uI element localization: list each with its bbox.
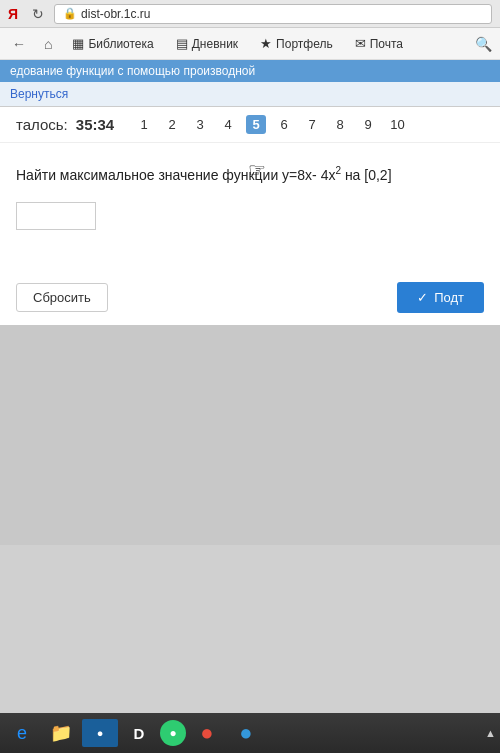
browser-toolbar: ← ⌂ ▦ Библиотека ▤ Дневник ★ Портфель ✉ … <box>0 28 500 60</box>
taskbar-right: ▲ <box>485 727 496 739</box>
taskbar-arrow-icon[interactable]: ▲ <box>485 727 496 739</box>
question-numbers: 1 2 3 4 5 6 7 8 9 10 <box>134 115 408 134</box>
question-number-10[interactable]: 10 <box>386 115 408 134</box>
question-interval: на [0,2] <box>345 167 392 183</box>
taskbar-blue2-icon[interactable]: ● <box>228 717 264 749</box>
yandex-logo[interactable]: Я <box>8 6 18 22</box>
checkmark-icon: ✓ <box>417 290 428 305</box>
question-number-3[interactable]: 3 <box>190 115 210 134</box>
library-label: Библиотека <box>88 37 153 51</box>
reset-button[interactable]: Сбросить <box>16 283 108 312</box>
home-button[interactable]: ⌂ <box>40 34 56 54</box>
mail-icon: ✉ <box>355 36 366 51</box>
question-number-7[interactable]: 7 <box>302 115 322 134</box>
question-area: Найти максимальное значение функции y=8x… <box>0 143 500 250</box>
portfolio-label: Портфель <box>276 37 333 51</box>
taskbar-folder-icon[interactable]: 📁 <box>43 717 79 749</box>
question-number-6[interactable]: 6 <box>274 115 294 134</box>
timer-bar: талось: 35:34 1 2 3 4 5 6 7 8 9 10 <box>0 107 500 143</box>
browser-chrome: Я ↻ 🔒 dist-obr.1c.ru ← ⌂ ▦ Библиотека ▤ … <box>0 0 500 60</box>
answer-input[interactable] <box>16 202 96 230</box>
question-number-5[interactable]: 5 <box>246 115 266 134</box>
taskbar-red-icon[interactable]: ● <box>189 717 225 749</box>
page-header: едование функции с помощью производной <box>0 60 500 82</box>
page-content: талось: 35:34 1 2 3 4 5 6 7 8 9 10 Найти… <box>0 107 500 325</box>
question-text: Найти максимальное значение функции y=8x… <box>16 163 484 186</box>
question-number-4[interactable]: 4 <box>218 115 238 134</box>
question-text-main: Найти максимальное значение функции y=8x… <box>16 167 335 183</box>
lock-icon: 🔒 <box>63 7 77 20</box>
diary-button[interactable]: ▤ Дневник <box>170 34 244 53</box>
taskbar-app1[interactable]: ● <box>82 719 118 747</box>
diary-label: Дневник <box>192 37 238 51</box>
taskbar-ie-icon[interactable]: e <box>4 717 40 749</box>
star-icon: ★ <box>260 36 272 51</box>
back-button[interactable]: ← <box>8 34 30 54</box>
question-number-8[interactable]: 8 <box>330 115 350 134</box>
browser-controls: Я ↻ 🔒 dist-obr.1c.ru <box>8 4 492 24</box>
portfolio-button[interactable]: ★ Портфель <box>254 34 339 53</box>
taskbar-d-icon[interactable]: D <box>121 717 157 749</box>
address-bar[interactable]: 🔒 dist-obr.1c.ru <box>54 4 492 24</box>
timer-value: 35:34 <box>76 116 114 133</box>
title-bar: Я ↻ 🔒 dist-obr.1c.ru <box>0 0 500 28</box>
library-button[interactable]: ▦ Библиотека <box>66 34 159 53</box>
question-number-2[interactable]: 2 <box>162 115 182 134</box>
diary-icon: ▤ <box>176 36 188 51</box>
mail-button[interactable]: ✉ Почта <box>349 34 409 53</box>
taskbar-green-icon[interactable]: ● <box>160 720 186 746</box>
back-label: Вернуться <box>10 87 68 101</box>
library-icon: ▦ <box>72 36 84 51</box>
question-number-9[interactable]: 9 <box>358 115 378 134</box>
mail-label: Почта <box>370 37 403 51</box>
submit-label: Подт <box>434 290 464 305</box>
action-bar: Сбросить ✓ Подт <box>0 270 500 325</box>
question-superscript: 2 <box>335 165 341 176</box>
refresh-button[interactable]: ↻ <box>28 4 48 24</box>
submit-button[interactable]: ✓ Подт <box>397 282 484 313</box>
desktop-area <box>0 325 500 545</box>
taskbar: e 📁 ● D ● ● ● ▲ <box>0 713 500 753</box>
back-bar[interactable]: Вернуться <box>0 82 500 107</box>
timer-label: талось: <box>16 116 68 133</box>
url-text: dist-obr.1c.ru <box>81 7 150 21</box>
search-button[interactable]: 🔍 <box>475 36 492 52</box>
question-number-1[interactable]: 1 <box>134 115 154 134</box>
page-header-text: едование функции с помощью производной <box>10 64 255 78</box>
